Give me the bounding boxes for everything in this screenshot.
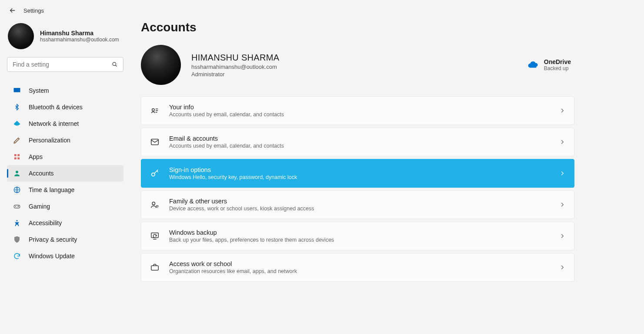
sidebar-item-label: System [29,87,49,94]
card-title: Family & other users [169,198,550,205]
account-avatar [141,45,181,85]
sidebar-item-apps[interactable]: Apps [7,148,123,165]
back-icon[interactable] [9,7,17,14]
bluetooth-icon [13,103,21,111]
settings-list: Your info Accounts used by email, calend… [141,96,574,282]
card-title: Sign-in options [169,166,550,173]
cloud-icon [527,61,539,69]
mail-icon [150,137,160,147]
onedrive-sub: Backed up [544,65,571,71]
svg-point-0 [113,62,116,66]
shield-icon [13,236,21,243]
sidebar: Himanshu Sharma hssharmahimanshu@outlook… [0,19,130,282]
titlebar: Settings [0,0,644,19]
briefcase-icon [150,263,160,272]
card-windows-backup[interactable]: Windows backup Back up your files, apps,… [141,222,574,250]
svg-point-14 [152,202,155,205]
system-icon [13,87,21,94]
profile-name: Himanshu Sharma [40,30,119,37]
svg-rect-5 [17,157,20,159]
sidebar-item-update[interactable]: Windows Update [7,248,123,264]
svg-point-11 [152,108,155,111]
svg-point-10 [17,220,18,221]
update-icon [13,252,21,260]
id-card-icon [150,106,160,115]
svg-rect-17 [151,266,159,270]
svg-point-13 [152,173,155,176]
svg-rect-16 [151,233,159,238]
paintbrush-icon [13,136,21,144]
card-your-info[interactable]: Your info Accounts used by email, calend… [141,96,574,125]
sidebar-item-accounts[interactable]: Accounts [7,165,123,182]
sidebar-item-label: Time & language [29,186,74,193]
main-content: Accounts HIMANSHU SHARMA hssharmahimansh… [130,19,644,282]
chevron-right-icon [559,202,565,208]
card-sub: Accounts used by email, calendar, and co… [169,143,550,149]
globe-icon [13,186,21,194]
sidebar-item-label: Accessibility [29,219,62,226]
search-field[interactable] [13,61,112,68]
card-sub: Organization resources like email, apps,… [169,268,550,274]
card-signin-options[interactable]: Sign-in options Windows Hello, security … [141,159,574,188]
sidebar-item-system[interactable]: System [7,82,123,99]
sidebar-item-label: Apps [29,153,43,160]
onedrive-title: OneDrive [544,58,571,65]
sidebar-item-privacy[interactable]: Privacy & security [7,231,123,248]
card-email-accounts[interactable]: Email & accounts Accounts used by email,… [141,128,574,156]
card-title: Your info [169,104,550,111]
sidebar-item-label: Privacy & security [29,236,77,243]
sidebar-item-accessibility[interactable]: Accessibility [7,215,123,231]
card-sub: Windows Hello, security key, password, d… [169,174,550,180]
svg-rect-4 [14,157,17,159]
sidebar-item-label: Gaming [29,203,50,210]
key-icon [150,169,160,178]
sidebar-item-label: Accounts [29,170,54,177]
chevron-right-icon [559,233,565,239]
onedrive-status[interactable]: OneDrive Backed up [527,58,574,71]
svg-rect-2 [14,154,17,156]
profile[interactable]: Himanshu Sharma hssharmahimanshu@outlook… [7,23,123,49]
card-sub: Device access, work or school users, kio… [169,206,550,212]
card-sub: Back up your files, apps, preferences to… [169,237,550,243]
svg-rect-1 [14,88,20,92]
card-title: Access work or school [169,260,550,267]
profile-email: hssharmahimanshu@outlook.com [40,37,119,43]
family-icon [150,200,160,209]
sidebar-item-network[interactable]: Network & internet [7,115,123,132]
sidebar-item-time[interactable]: Time & language [7,182,123,198]
svg-point-6 [16,171,18,173]
chevron-right-icon [559,264,565,270]
search-input[interactable] [7,57,123,72]
page-title: Accounts [141,20,574,34]
chevron-right-icon [559,108,565,114]
account-role: Administrator [191,71,279,78]
sidebar-item-label: Windows Update [29,253,75,260]
sidebar-item-gaming[interactable]: Gaming [7,198,123,215]
gamepad-icon [13,202,21,210]
account-email: hssharmahimanshu@outlook.com [191,64,279,70]
accessibility-icon [13,219,21,227]
svg-rect-12 [151,139,159,145]
account-display-name: HIMANSHU SHARMA [191,53,279,63]
card-family-users[interactable]: Family & other users Device access, work… [141,190,574,219]
sidebar-item-label: Bluetooth & devices [29,104,83,111]
avatar [8,23,34,49]
sidebar-item-label: Personalization [29,137,70,144]
backup-icon [150,231,160,241]
svg-point-9 [18,206,19,207]
apps-icon [13,153,21,161]
chevron-right-icon [559,170,565,176]
search-icon [112,61,118,67]
svg-rect-8 [14,205,20,208]
app-title: Settings [23,7,44,14]
svg-rect-3 [17,154,20,156]
card-sub: Accounts used by email, calendar, and co… [169,111,550,118]
chevron-right-icon [559,139,565,145]
account-header: HIMANSHU SHARMA hssharmahimanshu@outlook… [141,45,574,85]
person-icon [13,169,21,177]
sidebar-item-bluetooth[interactable]: Bluetooth & devices [7,99,123,115]
card-work-school[interactable]: Access work or school Organization resou… [141,253,574,282]
card-title: Email & accounts [169,135,550,142]
sidebar-item-personalization[interactable]: Personalization [7,132,123,148]
nav: System Bluetooth & devices Network & int… [7,82,123,264]
